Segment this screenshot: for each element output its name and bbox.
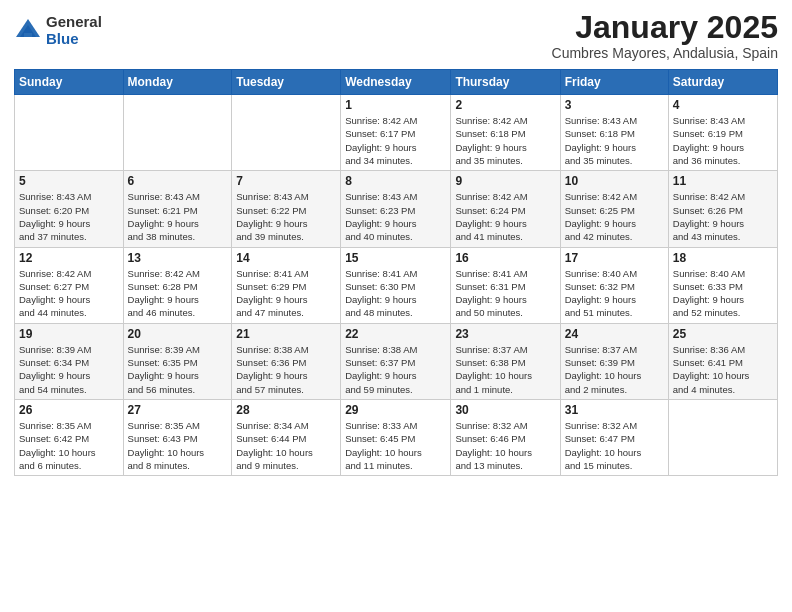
day-number: 18 [673,251,773,265]
table-row: 25Sunrise: 8:36 AM Sunset: 6:41 PM Dayli… [668,323,777,399]
day-detail: Sunrise: 8:43 AM Sunset: 6:21 PM Dayligh… [128,190,228,243]
day-number: 13 [128,251,228,265]
day-detail: Sunrise: 8:41 AM Sunset: 6:31 PM Dayligh… [455,267,555,320]
day-number: 9 [455,174,555,188]
day-number: 11 [673,174,773,188]
day-detail: Sunrise: 8:43 AM Sunset: 6:22 PM Dayligh… [236,190,336,243]
page: General Blue January 2025 Cumbres Mayore… [0,0,792,612]
header-tuesday: Tuesday [232,70,341,95]
logo-icon [14,17,42,45]
day-number: 4 [673,98,773,112]
day-detail: Sunrise: 8:40 AM Sunset: 6:32 PM Dayligh… [565,267,664,320]
header-thursday: Thursday [451,70,560,95]
day-number: 29 [345,403,446,417]
day-detail: Sunrise: 8:43 AM Sunset: 6:23 PM Dayligh… [345,190,446,243]
calendar-week-row: 1Sunrise: 8:42 AM Sunset: 6:17 PM Daylig… [15,95,778,171]
day-number: 7 [236,174,336,188]
day-detail: Sunrise: 8:37 AM Sunset: 6:38 PM Dayligh… [455,343,555,396]
title-block: January 2025 Cumbres Mayores, Andalusia,… [552,10,778,61]
table-row: 4Sunrise: 8:43 AM Sunset: 6:19 PM Daylig… [668,95,777,171]
calendar-week-row: 26Sunrise: 8:35 AM Sunset: 6:42 PM Dayli… [15,399,778,475]
day-detail: Sunrise: 8:32 AM Sunset: 6:47 PM Dayligh… [565,419,664,472]
day-detail: Sunrise: 8:34 AM Sunset: 6:44 PM Dayligh… [236,419,336,472]
table-row [232,95,341,171]
table-row: 9Sunrise: 8:42 AM Sunset: 6:24 PM Daylig… [451,171,560,247]
day-number: 21 [236,327,336,341]
day-number: 5 [19,174,119,188]
day-detail: Sunrise: 8:38 AM Sunset: 6:37 PM Dayligh… [345,343,446,396]
header-monday: Monday [123,70,232,95]
header-wednesday: Wednesday [341,70,451,95]
day-number: 22 [345,327,446,341]
table-row: 17Sunrise: 8:40 AM Sunset: 6:32 PM Dayli… [560,247,668,323]
table-row: 31Sunrise: 8:32 AM Sunset: 6:47 PM Dayli… [560,399,668,475]
day-detail: Sunrise: 8:43 AM Sunset: 6:20 PM Dayligh… [19,190,119,243]
table-row [15,95,124,171]
day-number: 27 [128,403,228,417]
calendar-week-row: 5Sunrise: 8:43 AM Sunset: 6:20 PM Daylig… [15,171,778,247]
day-detail: Sunrise: 8:43 AM Sunset: 6:19 PM Dayligh… [673,114,773,167]
table-row: 8Sunrise: 8:43 AM Sunset: 6:23 PM Daylig… [341,171,451,247]
day-detail: Sunrise: 8:41 AM Sunset: 6:29 PM Dayligh… [236,267,336,320]
day-number: 31 [565,403,664,417]
day-number: 10 [565,174,664,188]
weekday-header-row: Sunday Monday Tuesday Wednesday Thursday… [15,70,778,95]
month-title: January 2025 [552,10,778,45]
location: Cumbres Mayores, Andalusia, Spain [552,45,778,61]
day-number: 1 [345,98,446,112]
day-detail: Sunrise: 8:43 AM Sunset: 6:18 PM Dayligh… [565,114,664,167]
day-number: 19 [19,327,119,341]
logo-general-text: General [46,14,102,31]
header-saturday: Saturday [668,70,777,95]
day-number: 15 [345,251,446,265]
day-number: 17 [565,251,664,265]
day-number: 3 [565,98,664,112]
table-row: 29Sunrise: 8:33 AM Sunset: 6:45 PM Dayli… [341,399,451,475]
logo: General Blue [14,14,102,47]
day-detail: Sunrise: 8:42 AM Sunset: 6:27 PM Dayligh… [19,267,119,320]
day-detail: Sunrise: 8:37 AM Sunset: 6:39 PM Dayligh… [565,343,664,396]
day-number: 25 [673,327,773,341]
header: General Blue January 2025 Cumbres Mayore… [14,10,778,61]
calendar-week-row: 12Sunrise: 8:42 AM Sunset: 6:27 PM Dayli… [15,247,778,323]
day-detail: Sunrise: 8:39 AM Sunset: 6:34 PM Dayligh… [19,343,119,396]
table-row: 10Sunrise: 8:42 AM Sunset: 6:25 PM Dayli… [560,171,668,247]
day-detail: Sunrise: 8:32 AM Sunset: 6:46 PM Dayligh… [455,419,555,472]
table-row: 21Sunrise: 8:38 AM Sunset: 6:36 PM Dayli… [232,323,341,399]
logo-blue-text: Blue [46,31,102,48]
table-row: 1Sunrise: 8:42 AM Sunset: 6:17 PM Daylig… [341,95,451,171]
day-number: 28 [236,403,336,417]
table-row: 13Sunrise: 8:42 AM Sunset: 6:28 PM Dayli… [123,247,232,323]
day-detail: Sunrise: 8:35 AM Sunset: 6:43 PM Dayligh… [128,419,228,472]
table-row [668,399,777,475]
day-detail: Sunrise: 8:33 AM Sunset: 6:45 PM Dayligh… [345,419,446,472]
day-number: 23 [455,327,555,341]
svg-rect-2 [24,33,32,37]
day-detail: Sunrise: 8:42 AM Sunset: 6:26 PM Dayligh… [673,190,773,243]
table-row: 3Sunrise: 8:43 AM Sunset: 6:18 PM Daylig… [560,95,668,171]
day-number: 14 [236,251,336,265]
header-friday: Friday [560,70,668,95]
day-detail: Sunrise: 8:42 AM Sunset: 6:28 PM Dayligh… [128,267,228,320]
calendar-table: Sunday Monday Tuesday Wednesday Thursday… [14,69,778,476]
day-number: 26 [19,403,119,417]
day-number: 24 [565,327,664,341]
day-detail: Sunrise: 8:40 AM Sunset: 6:33 PM Dayligh… [673,267,773,320]
day-detail: Sunrise: 8:35 AM Sunset: 6:42 PM Dayligh… [19,419,119,472]
table-row: 15Sunrise: 8:41 AM Sunset: 6:30 PM Dayli… [341,247,451,323]
table-row: 22Sunrise: 8:38 AM Sunset: 6:37 PM Dayli… [341,323,451,399]
day-detail: Sunrise: 8:36 AM Sunset: 6:41 PM Dayligh… [673,343,773,396]
day-number: 30 [455,403,555,417]
table-row: 6Sunrise: 8:43 AM Sunset: 6:21 PM Daylig… [123,171,232,247]
table-row: 23Sunrise: 8:37 AM Sunset: 6:38 PM Dayli… [451,323,560,399]
day-detail: Sunrise: 8:42 AM Sunset: 6:24 PM Dayligh… [455,190,555,243]
day-detail: Sunrise: 8:42 AM Sunset: 6:17 PM Dayligh… [345,114,446,167]
table-row: 24Sunrise: 8:37 AM Sunset: 6:39 PM Dayli… [560,323,668,399]
day-detail: Sunrise: 8:38 AM Sunset: 6:36 PM Dayligh… [236,343,336,396]
table-row: 12Sunrise: 8:42 AM Sunset: 6:27 PM Dayli… [15,247,124,323]
day-number: 16 [455,251,555,265]
table-row: 11Sunrise: 8:42 AM Sunset: 6:26 PM Dayli… [668,171,777,247]
day-number: 20 [128,327,228,341]
table-row: 16Sunrise: 8:41 AM Sunset: 6:31 PM Dayli… [451,247,560,323]
day-number: 8 [345,174,446,188]
